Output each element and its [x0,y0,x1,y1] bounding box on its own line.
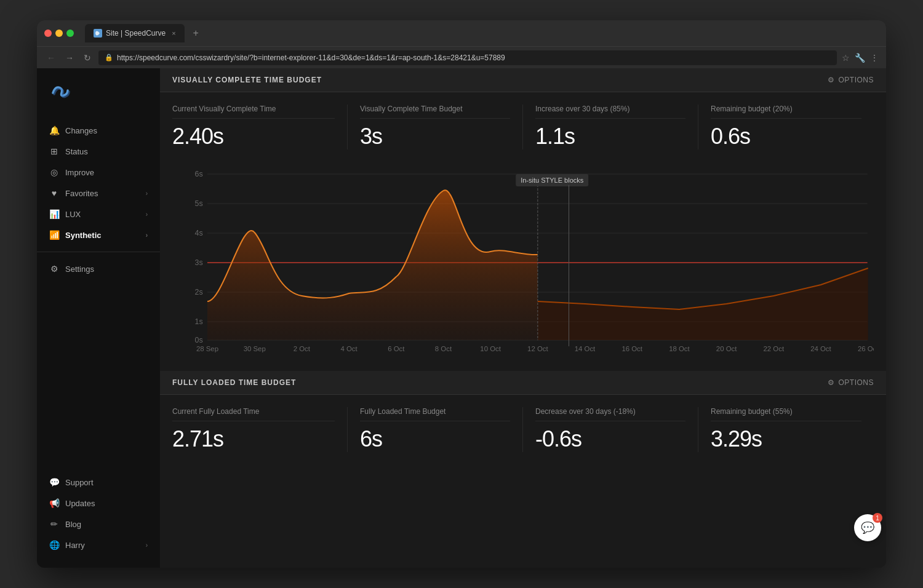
sidebar-item-support[interactable]: 💬 Support [37,472,160,493]
visually-complete-title: VISUALLY COMPLETE TIME BUDGET [172,76,322,84]
tab-favicon [94,29,102,38]
svg-text:4s: 4s [195,229,203,237]
stat-value-remaining-vc: 0.6s [711,124,861,149]
visually-complete-options-button[interactable]: ⚙ OPTIONS [828,76,874,84]
sidebar-item-changes[interactable]: 🔔 Changes [37,120,160,141]
stat-label-remaining-vc: Remaining budget (20%) [711,105,861,119]
sidebar-label-lux: LUX [65,210,81,219]
svg-text:30 Sep: 30 Sep [244,345,266,352]
stat-label-vc-budget: Visually Complete Time Budget [360,105,510,119]
sidebar-label-updates: Updates [65,499,95,508]
sidebar-label-changes: Changes [65,126,97,135]
svg-text:6 Oct: 6 Oct [388,345,405,352]
browser-tab[interactable]: Site | SpeedCurve × [85,24,185,42]
sidebar-item-settings[interactable]: ⚙ Settings [37,258,160,279]
stat-value-remaining-fl: 3.29s [711,426,861,452]
tab-close-icon[interactable]: × [172,30,175,37]
stat-value-current-vc: 2.40s [172,124,335,149]
chart-wrapper: In-situ STYLE blocks 6s [172,168,874,359]
visually-complete-stats: Current Visually Complete Time 2.40s Vis… [160,92,886,162]
stat-value-vc-budget: 3s [360,124,510,149]
sidebar-item-lux[interactable]: 📊 LUX › [37,204,160,224]
svg-text:3s: 3s [195,258,203,267]
new-tab-button[interactable]: + [193,28,199,39]
sidebar-item-improve[interactable]: ◎ Improve [37,162,160,183]
tab-title: Site | SpeedCurve [106,29,166,38]
refresh-button[interactable]: ↻ [81,52,94,64]
traffic-lights [44,30,74,37]
fully-loaded-title: FULLY LOADED TIME BUDGET [172,378,296,387]
fully-loaded-options-button[interactable]: ⚙ OPTIONS [828,378,874,387]
extension-icon[interactable]: 🔧 [855,53,865,63]
svg-text:2s: 2s [195,288,203,296]
forward-button[interactable]: → [63,52,76,64]
minimize-button[interactable] [55,30,63,37]
sidebar-label-harry: Harry [65,541,85,550]
svg-text:4 Oct: 4 Oct [340,345,358,352]
sidebar-item-status[interactable]: ⊞ Status [37,141,160,162]
maximize-button[interactable] [66,30,74,37]
svg-text:16 Oct: 16 Oct [621,345,642,352]
svg-text:26 Oct: 26 Oct [858,345,874,352]
stat-current-fl: Current Fully Loaded Time 2.71s [172,407,348,452]
svg-text:24 Oct: 24 Oct [810,345,831,352]
toolbar-actions: ☆ 🔧 ⋮ [842,53,879,63]
stat-current-visually-complete: Current Visually Complete Time 2.40s [172,105,348,149]
svg-text:5s: 5s [195,199,203,208]
svg-text:10 Oct: 10 Oct [480,345,501,352]
settings-icon: ⚙ [49,264,59,274]
improve-icon: ◎ [49,167,59,177]
url-text: https://speedcurve.com/csswizardry/site/… [117,54,505,62]
chat-badge: 1 [873,513,882,523]
sidebar-logo [37,81,160,120]
sidebar: 🔔 Changes ⊞ Status ◎ Improve ♥ Favorites… [37,68,160,568]
changes-icon: 🔔 [49,125,59,135]
visually-complete-chart: 6s 5s 4s 3s 2s 1s 0s [172,168,874,352]
nav-divider [37,252,160,252]
harry-arrow: › [146,542,148,549]
bookmark-icon[interactable]: ☆ [842,53,850,63]
fully-loaded-stats: Current Fully Loaded Time 2.71s Fully Lo… [160,395,886,464]
sidebar-item-favorites[interactable]: ♥ Favorites › [37,183,160,204]
blog-icon: ✏ [49,519,59,529]
svg-text:0s: 0s [195,336,203,344]
svg-text:28 Sep: 28 Sep [196,345,218,352]
fl-options-gear-icon: ⚙ [828,378,835,387]
stat-vc-budget: Visually Complete Time Budget 3s [348,105,523,149]
sidebar-item-synthetic[interactable]: 📶 Synthetic › [37,224,160,245]
back-button[interactable]: ← [44,52,58,64]
content-area: VISUALLY COMPLETE TIME BUDGET ⚙ OPTIONS … [160,68,886,568]
sidebar-nav: 🔔 Changes ⊞ Status ◎ Improve ♥ Favorites… [37,120,160,472]
sidebar-item-blog[interactable]: ✏ Blog [37,514,160,534]
lux-icon: 📊 [49,209,59,219]
menu-icon[interactable]: ⋮ [870,53,879,63]
status-icon: ⊞ [49,146,59,156]
stat-value-fl-budget: 6s [360,426,510,452]
stat-label-remaining-fl: Remaining budget (55%) [711,407,861,421]
svg-text:22 Oct: 22 Oct [764,345,785,352]
stat-increase-30days: Increase over 30 days (85%) 1.1s [523,105,698,149]
stat-decrease-30days: Decrease over 30 days (-18%) -0.6s [523,407,698,452]
sidebar-item-updates[interactable]: 📢 Updates [37,493,160,514]
stat-label-current-fl: Current Fully Loaded Time [172,407,335,421]
updates-icon: 📢 [49,498,59,508]
stat-label-decrease: Decrease over 30 days (-18%) [535,407,685,421]
lock-icon: 🔒 [105,54,113,62]
favorites-arrow: › [146,190,148,197]
sidebar-item-harry[interactable]: 🌐 Harry › [37,534,160,555]
chat-button[interactable]: 💬 1 [854,514,881,541]
sidebar-label-favorites: Favorites [65,189,98,198]
close-button[interactable] [44,30,52,37]
svg-text:2 Oct: 2 Oct [294,345,311,352]
stat-label-increase: Increase over 30 days (85%) [535,105,685,119]
visually-complete-header: VISUALLY COMPLETE TIME BUDGET ⚙ OPTIONS [160,68,886,92]
sidebar-label-support: Support [65,478,94,487]
address-bar[interactable]: 🔒 https://speedcurve.com/csswizardry/sit… [98,50,837,65]
fully-loaded-section: FULLY LOADED TIME BUDGET ⚙ OPTIONS Curre… [160,371,886,464]
browser-titlebar: Site | SpeedCurve × + [37,20,886,46]
svg-text:18 Oct: 18 Oct [669,345,690,352]
sidebar-label-status: Status [65,147,88,156]
stat-value-increase: 1.1s [535,124,685,149]
lux-arrow: › [146,211,148,218]
stat-value-current-fl: 2.71s [172,426,335,452]
